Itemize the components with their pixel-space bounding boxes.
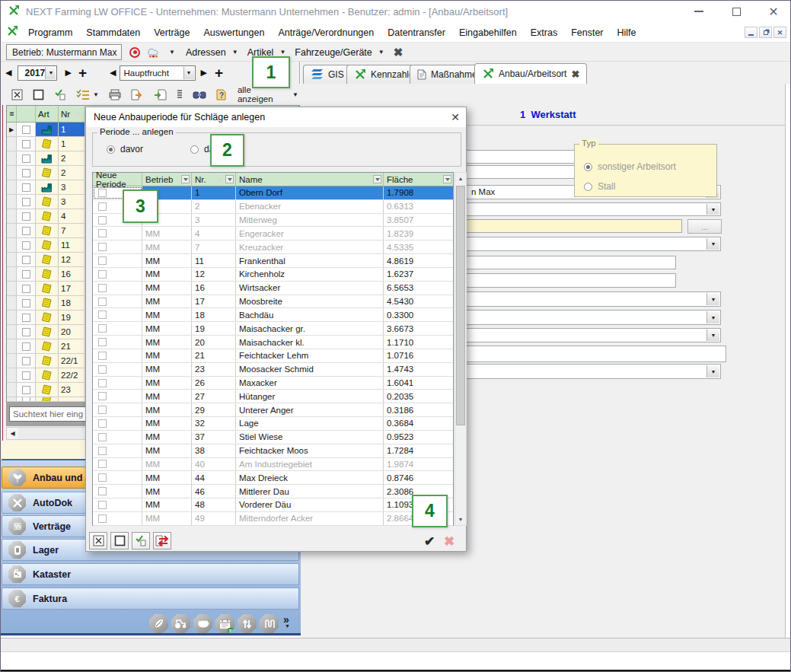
- schlag-row[interactable]: MM44Max Dreieck0.8746: [93, 471, 453, 485]
- chevron-down-icon[interactable]: ▼: [706, 311, 719, 323]
- schlag-row[interactable]: MM11Frankenthal4.8619: [93, 254, 453, 268]
- neue-periode-checkbox[interactable]: [98, 487, 107, 495]
- filter-icon[interactable]: [443, 175, 451, 183]
- chevron-down-icon[interactable]: ▼: [706, 204, 719, 215]
- schlag-row[interactable]: MM20Maisachacker kl.1.1710: [93, 336, 453, 349]
- schlag-row[interactable]: MM4Engeracker1.8239: [93, 227, 453, 240]
- row-checkbox[interactable]: [22, 270, 30, 279]
- menu-hilfe[interactable]: Hilfe: [611, 24, 643, 42]
- select-all-button[interactable]: [89, 532, 107, 549]
- neue-periode-checkbox[interactable]: [98, 406, 107, 414]
- checkbox-header[interactable]: [17, 106, 36, 122]
- menu-eingabehilfen[interactable]: Eingabehilfen: [452, 24, 524, 42]
- schlag-row[interactable]: MM48Vorderer Däu1.1093: [93, 498, 453, 512]
- row-checkbox[interactable]: [22, 357, 30, 365]
- schlag-row[interactable]: MM16Wirtsacker6.5653: [93, 282, 453, 295]
- dialog-close-icon[interactable]: ✕: [451, 111, 460, 123]
- chevron-down-icon[interactable]: ▼: [45, 67, 56, 79]
- form-combo[interactable]: ▼: [426, 310, 721, 325]
- neue-periode-checkbox[interactable]: [98, 243, 107, 251]
- form-combo[interactable]: ▼: [426, 328, 721, 342]
- schlag-row[interactable]: MM32Lage0.3684: [93, 417, 453, 431]
- year-next-icon[interactable]: ▶: [65, 68, 71, 78]
- meander-icon[interactable]: [260, 614, 279, 633]
- tab-gis[interactable]: GIS: [303, 65, 352, 84]
- schlag-row[interactable]: MM7Kreuzacker4.5335: [93, 240, 453, 254]
- neue-periode-checkbox[interactable]: [98, 352, 107, 360]
- form-combo[interactable]: ▼: [426, 364, 721, 379]
- schlag-row[interactable]: MM37Stiel Wiese0.9523: [93, 431, 453, 444]
- neue-periode-checkbox[interactable]: [98, 419, 107, 428]
- record-icon[interactable]: [129, 47, 140, 58]
- col-flaeche[interactable]: Fläche: [384, 173, 453, 186]
- row-checkbox[interactable]: [22, 169, 30, 177]
- mdi-restore-button[interactable]: [759, 27, 772, 38]
- radio-davor[interactable]: [107, 145, 115, 154]
- year-prev-icon[interactable]: ◀: [5, 68, 11, 78]
- menu-extras[interactable]: Extras: [524, 24, 564, 42]
- chevron-down-icon[interactable]: ▼: [706, 330, 719, 341]
- schlag-row[interactable]: MM46Mittlerer Dau2.3086: [93, 485, 453, 498]
- row-checkbox[interactable]: [22, 371, 30, 380]
- nav-kataster[interactable]: Kataster: [2, 563, 299, 585]
- print-button[interactable]: [107, 86, 123, 103]
- browse-button[interactable]: ...: [687, 219, 722, 234]
- row-checkbox[interactable]: [22, 386, 30, 394]
- mdi-close-button[interactable]: ✕: [773, 27, 786, 38]
- menu-vertr-ge[interactable]: Verträge: [147, 24, 196, 42]
- deselect-all-button[interactable]: [110, 532, 129, 549]
- row-checkbox[interactable]: [22, 299, 30, 307]
- window-maximize-button[interactable]: [725, 3, 748, 20]
- schlag-row[interactable]: MM19Maisachacker gr.3.6673: [93, 322, 453, 336]
- schlag-row[interactable]: MM12Kirchenholz1.6237: [93, 268, 453, 282]
- row-checkbox[interactable]: [22, 140, 30, 148]
- row-checkbox[interactable]: [22, 154, 30, 163]
- checklist-button[interactable]: ▼: [74, 86, 101, 103]
- tractor-icon[interactable]: [171, 614, 190, 633]
- sort-arrows-icon[interactable]: [238, 614, 257, 633]
- neue-periode-checkbox[interactable]: [98, 311, 107, 319]
- vertical-scrollbar[interactable]: ▲ ▼: [455, 172, 467, 526]
- cloud-sync-icon[interactable]: [145, 45, 161, 60]
- import-button[interactable]: [152, 86, 169, 103]
- tab-anbau-arbeitsort[interactable]: Anbau/Arbeitsort✖: [474, 63, 587, 84]
- neue-periode-checkbox[interactable]: [98, 392, 107, 400]
- leaf-icon[interactable]: [149, 614, 168, 633]
- nav-faktura[interactable]: €Faktura: [2, 588, 299, 610]
- scroll-up-icon[interactable]: ▲: [455, 173, 466, 184]
- schlag-row[interactable]: MM18Bachdäu0.3300: [93, 308, 453, 322]
- neue-periode-checkbox[interactable]: [98, 324, 107, 333]
- toolbar-menu-fahrzeuge-ger-te[interactable]: Fahrzeuge/Geräte▼: [295, 47, 384, 58]
- transfer-red-button[interactable]: [153, 532, 171, 549]
- dialog-cancel-icon[interactable]: ✖: [444, 533, 455, 549]
- neue-periode-checkbox[interactable]: [98, 473, 107, 482]
- betrieb-button[interactable]: Betrieb: Mustermann Max: [6, 44, 122, 60]
- chevron-down-icon[interactable]: ▼: [285, 623, 290, 629]
- radio-sonstiger-arbeitsort[interactable]: [584, 163, 592, 171]
- row-checkbox[interactable]: [22, 314, 30, 322]
- period-next-icon[interactable]: ▶: [201, 68, 207, 78]
- scroll-left-icon[interactable]: ◀: [7, 428, 18, 439]
- toolbar-menu-adressen[interactable]: Adressen▼: [186, 47, 238, 58]
- menu-stammdaten[interactable]: Stammdaten: [79, 24, 147, 42]
- chevron-down-icon[interactable]: ▼: [169, 49, 175, 56]
- row-checkbox[interactable]: [22, 183, 30, 192]
- pig-icon[interactable]: [193, 614, 212, 633]
- neue-periode-checkbox[interactable]: [98, 365, 107, 374]
- doc-help-button[interactable]: ?: [214, 86, 230, 103]
- row-checkbox[interactable]: [22, 342, 30, 351]
- filter-icon[interactable]: [225, 175, 234, 183]
- radio-danach[interactable]: [190, 145, 199, 154]
- window-close-button[interactable]: ✕: [762, 3, 785, 20]
- radio-stall[interactable]: [584, 183, 592, 191]
- menu-datentransfer[interactable]: Datentransfer: [381, 24, 452, 42]
- period-select[interactable]: Hauptfrucht ▼: [120, 65, 196, 81]
- neue-periode-checkbox[interactable]: [98, 379, 107, 387]
- chevron-down-icon[interactable]: ▼: [706, 238, 719, 250]
- schlag-row[interactable]: MM23Moosacker Schmid1.4743: [93, 363, 453, 377]
- menu-programm[interactable]: Programm: [21, 24, 79, 42]
- neue-periode-checkbox[interactable]: [98, 501, 107, 509]
- mdi-minimize-button[interactable]: [745, 27, 758, 38]
- neue-periode-checkbox[interactable]: [98, 338, 107, 346]
- chevron-down-icon[interactable]: ▼: [706, 293, 719, 305]
